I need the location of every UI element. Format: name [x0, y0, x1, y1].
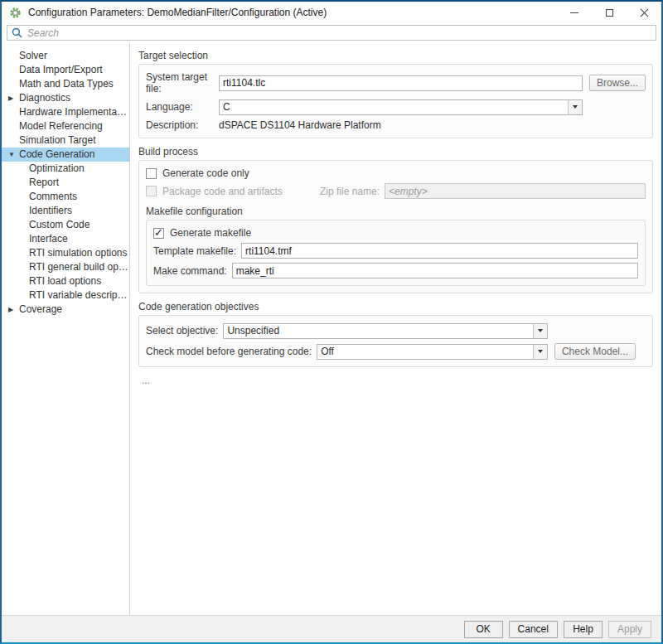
generate-code-only-label: Generate code only — [162, 167, 249, 179]
sidebar-item-comments[interactable]: Comments — [2, 190, 129, 204]
chevron-collapsed-icon[interactable]: ▶ — [8, 303, 13, 317]
generate-makefile-checkbox[interactable] — [153, 228, 164, 239]
sidebar-item-label: Solver — [19, 50, 47, 61]
search-box[interactable] — [7, 25, 656, 41]
generate-code-only-checkbox[interactable] — [146, 168, 157, 179]
sidebar-item-label: Simulation Target — [19, 134, 96, 146]
footer-bar: OK Cancel Help Apply — [2, 615, 661, 642]
sidebar-item-code-generation[interactable]: ▼Code Generation — [2, 148, 129, 162]
maximize-button[interactable] — [592, 2, 627, 23]
sidebar-item-label: Report — [29, 177, 59, 188]
sidebar-item-rti-simulation-options[interactable]: RTI simulation options — [2, 246, 129, 260]
package-code-checkbox — [146, 186, 157, 196]
sidebar-item-label: Model Referencing — [19, 120, 103, 132]
apply-button: Apply — [608, 621, 651, 638]
close-icon — [640, 8, 649, 17]
chevron-expanded-icon[interactable]: ▼ — [8, 148, 15, 162]
sidebar-item-label: RTI load options — [29, 275, 101, 287]
make-command-label: Make command: — [153, 265, 232, 277]
build-process-title: Build process — [138, 146, 653, 157]
package-code-label: Package code and artifacts — [162, 186, 283, 197]
configuration-parameters-window: Configuration Parameters: DemoMedianFilt… — [0, 0, 663, 644]
make-command-input[interactable] — [232, 263, 638, 278]
select-objective-dropdown[interactable]: Unspecified — [223, 323, 548, 339]
makefile-configuration-panel: Generate makefile Template makefile: Mak… — [146, 220, 646, 286]
sidebar-item-report[interactable]: Report — [2, 176, 129, 190]
sidebar-item-label: Hardware Implementation — [19, 106, 129, 118]
search-input[interactable] — [27, 27, 651, 39]
simulink-settings-icon — [9, 7, 22, 19]
sidebar-item-data-import-export[interactable]: Data Import/Export — [2, 63, 129, 77]
template-makefile-label: Template makefile: — [153, 245, 241, 257]
window-title: Configuration Parameters: DemoMedianFilt… — [28, 7, 327, 18]
chevron-down-icon[interactable] — [533, 324, 547, 338]
sidebar-item-simulation-target[interactable]: Simulation Target — [2, 133, 129, 148]
check-model-value: Off — [317, 346, 533, 357]
language-row: Language: C Browse... — [146, 99, 646, 115]
system-target-file-input[interactable] — [219, 75, 583, 91]
maximize-icon — [606, 9, 613, 17]
target-selection-title: Target selection — [138, 50, 653, 61]
target-selection-panel: System target file: Browse... Language: … — [138, 64, 653, 138]
sidebar-item-label: Code Generation — [19, 148, 94, 160]
makefile-configuration-title: Makefile configuration — [146, 206, 646, 217]
system-target-file-row: System target file: Browse... — [146, 71, 646, 94]
chevron-down-icon[interactable] — [533, 345, 547, 359]
chevron-collapsed-icon[interactable]: ▶ — [8, 91, 13, 105]
sidebar-item-rti-general-build-options[interactable]: RTI general build options — [2, 260, 129, 274]
description-value: dSPACE DS1104 Hardware Platform — [219, 119, 381, 131]
select-objective-label: Select objective: — [146, 325, 223, 337]
sidebar-item-diagnostics[interactable]: ▶Diagnostics — [2, 91, 129, 105]
cancel-button[interactable]: Cancel — [509, 621, 558, 638]
sidebar-item-label: Coverage — [19, 303, 62, 315]
sidebar-item-solver[interactable]: Solver — [2, 49, 129, 63]
search-row — [2, 23, 661, 43]
sidebar-item-identifiers[interactable]: Identifiers — [2, 204, 129, 218]
search-icon — [12, 27, 22, 38]
sidebar-item-optimization[interactable]: Optimization — [2, 162, 129, 176]
sidebar-item-custom-code[interactable]: Custom Code — [2, 218, 129, 232]
package-code-row: Package code and artifacts Zip file name… — [146, 183, 646, 199]
content-pane: Target selection System target file: Bro… — [130, 43, 661, 615]
sidebar-item-rti-load-options[interactable]: RTI load options — [2, 274, 129, 288]
dialog-body: SolverData Import/ExportMath and Data Ty… — [2, 43, 661, 615]
minimize-icon — [570, 12, 578, 13]
sidebar-item-coverage[interactable]: ▶Coverage — [2, 303, 129, 317]
sidebar-item-hardware-implementation[interactable]: Hardware Implementation — [2, 105, 129, 119]
chevron-down-icon[interactable] — [568, 100, 582, 114]
browse-button[interactable]: Browse... — [589, 75, 646, 91]
zip-file-name-input — [385, 183, 646, 199]
sidebar-item-label: Math and Data Types — [19, 78, 114, 90]
check-model-dropdown[interactable]: Off — [317, 344, 548, 360]
code-generation-objectives-title: Code generation objectives — [138, 301, 653, 312]
generate-makefile-row: Generate makefile — [153, 227, 638, 239]
sidebar-item-label: Interface — [29, 233, 68, 245]
sidebar-item-model-referencing[interactable]: Model Referencing — [2, 119, 129, 133]
ok-button[interactable]: OK — [464, 621, 503, 638]
title-bar: Configuration Parameters: DemoMedianFilt… — [2, 2, 661, 23]
close-button[interactable] — [627, 2, 661, 23]
sidebar-item-label: Optimization — [29, 162, 85, 174]
sidebar-item-label: Data Import/Export — [19, 64, 103, 75]
sidebar-item-interface[interactable]: Interface — [2, 232, 129, 246]
generate-makefile-label: Generate makefile — [170, 227, 251, 239]
description-row: Description: dSPACE DS1104 Hardware Plat… — [146, 119, 646, 131]
sidebar-item-label: RTI variable description fil... — [29, 289, 129, 301]
minimize-button[interactable] — [557, 2, 592, 23]
template-makefile-row: Template makefile: — [153, 243, 638, 259]
select-objective-value: Unspecified — [224, 325, 533, 337]
sidebar-item-rti-variable-description-fil[interactable]: RTI variable description fil... — [2, 288, 129, 303]
language-label: Language: — [146, 101, 219, 113]
check-model-row: Check model before generating code: Off … — [146, 343, 646, 360]
language-dropdown-value: C — [220, 101, 568, 113]
language-dropdown[interactable]: C — [219, 99, 583, 115]
sidebar-item-label: Custom Code — [29, 219, 90, 230]
code-generation-objectives-panel: Select objective: Unspecified Check Mode… — [138, 315, 653, 367]
more-indicator: ... — [142, 375, 653, 386]
sidebar-item-math-and-data-types[interactable]: Math and Data Types — [2, 77, 129, 91]
template-makefile-input[interactable] — [241, 243, 638, 259]
help-button[interactable]: Help — [564, 621, 603, 638]
generate-code-only-row: Generate code only — [146, 167, 646, 179]
system-target-file-label: System target file: — [146, 71, 219, 94]
check-model-button[interactable]: Check Model... — [554, 343, 636, 360]
